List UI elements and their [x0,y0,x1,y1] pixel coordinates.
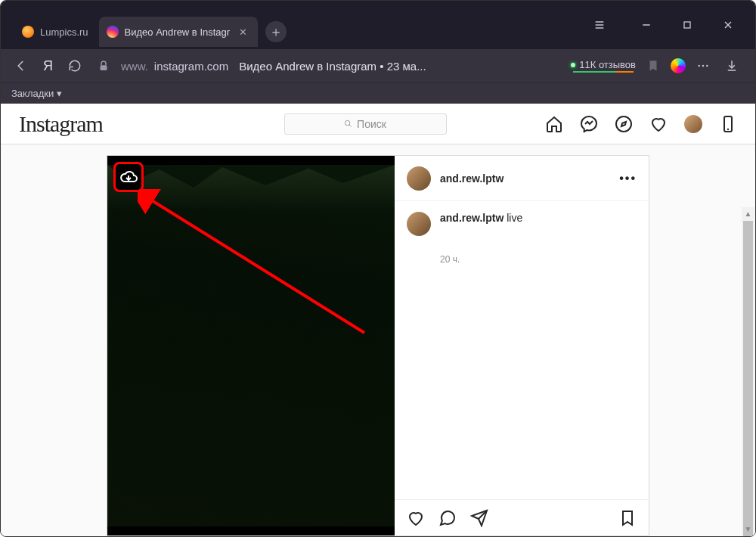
close-window-button[interactable] [717,14,739,36]
download-video-button[interactable] [113,162,144,192]
svg-rect-4 [684,22,690,28]
scroll-up-icon[interactable]: ▲ [742,207,754,220]
url-host-prefix: www. [121,60,148,73]
yandex-home-button[interactable]: Я [43,58,53,74]
author-username[interactable]: and.rew.lptw [440,172,503,185]
post-caption: and.rew.lptw live [395,201,649,247]
search-input[interactable]: Поиск [284,113,447,135]
lock-icon[interactable] [92,54,115,77]
post-sidebar: and.rew.lptw ••• and.rew.lptw live 20 ч. [395,156,649,535]
video-media[interactable] [107,156,395,535]
maximize-button[interactable] [677,14,698,36]
page-content: Instagram Поиск [1,104,755,536]
tab-instagram[interactable]: Видео Andrew в Instagr ✕ [99,17,259,47]
scrollbar[interactable]: ▲ ▼ [742,207,754,535]
post-header: and.rew.lptw ••• [395,156,649,201]
author-avatar[interactable] [407,166,431,191]
caption-username[interactable]: and.rew.lptw [440,212,503,224]
svg-line-21 [148,198,364,333]
comment-button[interactable] [438,509,457,527]
back-button[interactable] [10,54,33,77]
instagram-nav [545,115,737,133]
search-placeholder: Поиск [357,118,386,130]
explore-icon[interactable] [615,115,633,133]
svg-point-10 [706,65,708,67]
svg-rect-7 [101,65,107,70]
favicon-instagram-icon [107,26,119,38]
post-area: and.rew.lptw ••• and.rew.lptw live 20 ч. [1,144,755,536]
favicon-orange-icon [22,26,34,38]
svg-point-9 [702,65,704,67]
extension-savefrom-icon[interactable] [671,58,686,73]
svg-point-8 [699,65,700,67]
window-controls [589,1,755,49]
reviews-dot-icon [571,63,575,67]
post: and.rew.lptw ••• and.rew.lptw live 20 ч. [107,155,649,536]
bookmarks-menu[interactable]: Закладки ▾ [11,88,62,99]
svg-marker-16 [621,122,626,126]
new-tab-button[interactable]: ＋ [265,21,287,42]
instagram-header: Instagram Поиск [1,104,755,144]
instagram-logo[interactable]: Instagram [19,111,185,137]
more-menu-icon[interactable] [692,54,714,77]
post-timestamp: 20 ч. [395,254,649,265]
annotation-arrow [138,189,372,340]
bookmark-icon[interactable] [642,54,665,77]
share-button[interactable] [470,509,488,527]
mobile-icon[interactable] [719,115,737,133]
post-more-icon[interactable]: ••• [619,172,637,185]
caption-text: live [507,212,522,224]
url-host: instagram.com [154,60,228,73]
cloud-download-icon [119,168,138,186]
scrollbar-thumb[interactable] [743,221,753,536]
tab-lumpics[interactable]: Lumpics.ru [14,17,99,47]
url-title-suffix: Видео Andrew в Instagram • 23 ма... [239,60,426,73]
profile-avatar[interactable] [684,115,702,133]
reload-button[interactable] [64,54,86,77]
save-button[interactable] [618,509,637,527]
titlebar: Lumpics.ru Видео Andrew в Instagr ✕ ＋ [1,1,755,49]
like-button[interactable] [407,509,425,527]
home-icon[interactable] [545,115,563,133]
minimize-button[interactable] [636,14,657,36]
bookmarks-bar: Закладки ▾ [1,82,755,104]
reviews-indicator[interactable]: 11К отзывов [571,59,636,73]
search-icon [344,120,352,128]
downloads-icon[interactable] [720,54,743,77]
post-actions [395,499,649,535]
tab-title: Lumpics.ru [40,26,88,38]
address-bar: Я www.instagram.com Видео Andrew в Insta… [1,49,755,82]
tab-title: Видео Andrew в Instagr [125,26,231,38]
reviews-text: 11К отзывов [579,59,636,70]
scroll-down-icon[interactable]: ▼ [742,523,754,535]
url-field[interactable]: www.instagram.com Видео Andrew в Instagr… [121,60,557,73]
reviews-underline [573,71,634,73]
close-tab-icon[interactable]: ✕ [239,26,247,38]
browser-window: Lumpics.ru Видео Andrew в Instagr ✕ ＋ Я … [0,0,756,537]
svg-point-15 [616,116,631,132]
svg-point-13 [345,120,349,125]
svg-line-14 [349,125,352,127]
caption-avatar[interactable] [407,212,431,236]
tab-strip: Lumpics.ru Видео Andrew в Instagr ✕ ＋ [1,1,589,49]
messenger-icon[interactable] [580,115,598,133]
hamburger-menu-icon[interactable] [589,14,610,36]
heart-icon[interactable] [649,115,668,133]
